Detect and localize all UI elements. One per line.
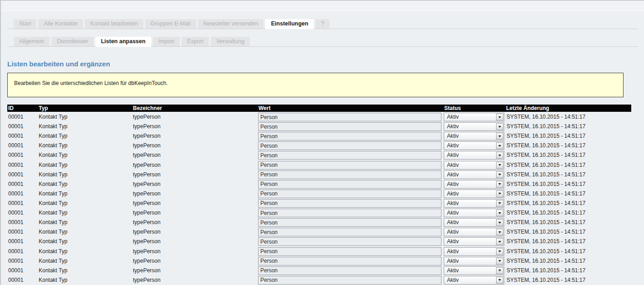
subtab-dienstleister[interactable]: Dienstleister xyxy=(51,37,94,46)
dropdown-button[interactable] xyxy=(496,248,503,255)
dropdown-button[interactable] xyxy=(496,219,503,226)
chevron-down-icon xyxy=(498,183,501,185)
wert-input[interactable] xyxy=(258,190,441,198)
table-row: 00001Kontakt TyptypePersonAktivSYSTEM, 1… xyxy=(1,160,644,170)
info-box-text: Bearbeiten Sie die unterschiedlichen Lis… xyxy=(14,80,168,86)
wert-input[interactable] xyxy=(258,122,441,131)
status-select[interactable]: Aktiv xyxy=(444,218,504,227)
status-select[interactable]: Aktiv xyxy=(444,257,504,265)
status-select[interactable]: Aktiv xyxy=(444,170,504,179)
subtab-allgemein[interactable]: Allgemein xyxy=(14,37,50,46)
cell-letzte-aenderung: SYSTEM, 16.10.2015 - 14:51:17 xyxy=(507,131,585,141)
tab-start[interactable]: Start xyxy=(14,19,36,29)
dropdown-button[interactable] xyxy=(496,181,503,188)
column-header-status: Status xyxy=(444,105,461,112)
chevron-down-icon xyxy=(498,145,501,147)
dropdown-button[interactable] xyxy=(496,267,503,274)
status-select[interactable]: Aktiv xyxy=(444,247,504,256)
status-select[interactable]: Aktiv xyxy=(444,141,504,150)
cell-letzte-aenderung: SYSTEM, 16.10.2015 - 14:51:17 xyxy=(507,170,585,180)
status-select[interactable]: Aktiv xyxy=(444,276,504,285)
cell-bezeichner: typePerson xyxy=(133,180,161,189)
dropdown-button[interactable] xyxy=(496,258,503,265)
dropdown-button[interactable] xyxy=(496,190,503,197)
status-select[interactable]: Aktiv xyxy=(444,161,504,170)
cell-bezeichner: typePerson xyxy=(133,131,161,141)
wert-input[interactable] xyxy=(258,218,441,227)
cell-letzte-aenderung: SYSTEM, 16.10.2015 - 14:51:17 xyxy=(507,150,585,160)
chevron-down-icon xyxy=(498,174,501,175)
dropdown-button[interactable] xyxy=(496,210,503,216)
subtab-verwaltung[interactable]: Verwaltung xyxy=(211,37,250,46)
dropdown-button[interactable] xyxy=(496,162,503,169)
wert-input[interactable] xyxy=(258,113,441,121)
tab-?[interactable]: ? xyxy=(315,19,330,29)
wert-input[interactable] xyxy=(258,141,441,150)
cell-letzte-aenderung: SYSTEM, 16.10.2015 - 14:51:17 xyxy=(507,122,585,131)
cell-typ: Kontakt Typ xyxy=(39,170,67,180)
cell-letzte-aenderung: SYSTEM, 16.10.2015 - 14:51:17 xyxy=(507,160,585,170)
tab-einstellungen[interactable]: Einstellungen xyxy=(265,19,314,29)
settings-lists-page: StartAlle KontakteKontakt bearbeitenGrup… xyxy=(0,0,644,285)
wert-input[interactable] xyxy=(258,132,441,140)
dropdown-button[interactable] xyxy=(496,133,503,140)
dropdown-button[interactable] xyxy=(496,229,503,235)
wert-input[interactable] xyxy=(258,228,441,236)
status-select[interactable]: Aktiv xyxy=(444,237,504,246)
status-select[interactable]: Aktiv xyxy=(444,151,504,160)
wert-input[interactable] xyxy=(258,199,441,208)
table-row: 00001Kontakt TyptypePersonAktivSYSTEM, 1… xyxy=(1,227,644,237)
cell-bezeichner: typePerson xyxy=(133,170,161,180)
status-select[interactable]: Aktiv xyxy=(444,266,504,275)
cell-bezeichner: typePerson xyxy=(133,227,161,237)
status-select[interactable]: Aktiv xyxy=(444,190,504,198)
cell-letzte-aenderung: SYSTEM, 16.10.2015 - 14:51:17 xyxy=(507,189,585,199)
dropdown-button[interactable] xyxy=(496,200,503,207)
cell-bezeichner: typePerson xyxy=(133,247,161,256)
tab-kontakt-bearbeiten[interactable]: Kontakt bearbeiten xyxy=(85,19,143,29)
dropdown-button[interactable] xyxy=(496,171,503,178)
chevron-down-icon xyxy=(498,193,501,195)
dropdown-button[interactable] xyxy=(496,277,503,284)
subtab-import[interactable]: Import xyxy=(153,37,180,46)
wert-input[interactable] xyxy=(258,276,441,285)
cell-bezeichner: typePerson xyxy=(133,256,161,266)
status-select[interactable]: Aktiv xyxy=(444,209,504,217)
cell-bezeichner: typePerson xyxy=(133,218,161,227)
status-select[interactable]: Aktiv xyxy=(444,113,504,121)
wert-input[interactable] xyxy=(258,209,441,217)
dropdown-button[interactable] xyxy=(496,238,503,245)
chevron-down-icon xyxy=(498,155,501,156)
dropdown-button[interactable] xyxy=(496,142,503,149)
status-select[interactable]: Aktiv xyxy=(444,199,504,208)
chevron-down-icon xyxy=(498,202,501,204)
dropdown-button[interactable] xyxy=(496,114,503,120)
dropdown-button[interactable] xyxy=(496,123,503,130)
main-nav-divider xyxy=(7,29,638,29)
page-title: Listen bearbeiten und ergänzen xyxy=(7,60,110,68)
table-row: 00001Kontakt TyptypePersonAktivSYSTEM, 1… xyxy=(1,266,644,275)
cell-id: 00001 xyxy=(8,199,23,208)
status-select[interactable]: Aktiv xyxy=(444,180,504,189)
status-select[interactable]: Aktiv xyxy=(444,228,504,236)
wert-input[interactable] xyxy=(258,237,441,246)
wert-input[interactable] xyxy=(258,151,441,160)
status-select-value: Aktiv xyxy=(447,113,459,121)
subtab-listen-anpassen[interactable]: Listen anpassen xyxy=(96,37,151,47)
tab-alle-kontakte[interactable]: Alle Kontakte xyxy=(38,19,83,29)
wert-input[interactable] xyxy=(258,247,441,256)
status-select[interactable]: Aktiv xyxy=(444,132,504,140)
cell-typ: Kontakt Typ xyxy=(39,150,67,160)
wert-input[interactable] xyxy=(258,180,441,189)
status-select[interactable]: Aktiv xyxy=(444,122,504,131)
cell-id: 00001 xyxy=(8,275,23,285)
wert-input[interactable] xyxy=(258,170,441,179)
dropdown-button[interactable] xyxy=(496,152,503,159)
wert-input[interactable] xyxy=(258,266,441,275)
tab-newsletter-versenden[interactable]: Newsletter versenden xyxy=(198,19,264,29)
subtab-export[interactable]: Export xyxy=(182,37,209,46)
status-select-value: Aktiv xyxy=(447,238,459,245)
wert-input[interactable] xyxy=(258,257,441,265)
wert-input[interactable] xyxy=(258,161,441,170)
tab-gruppen-e-mail[interactable]: Gruppen E-Mail xyxy=(145,19,196,29)
